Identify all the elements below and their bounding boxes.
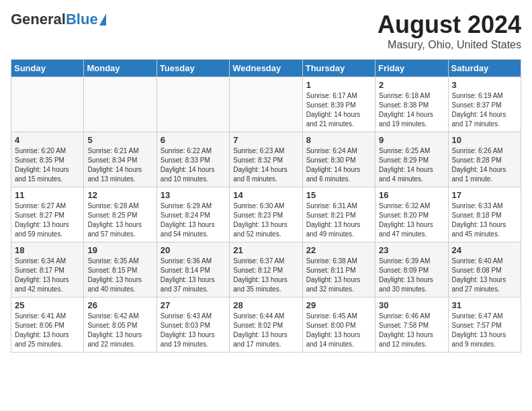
calendar-week-row: 18Sunrise: 6:34 AM Sunset: 8:17 PM Dayli…: [11, 242, 521, 298]
day-info: Sunrise: 6:19 AM Sunset: 8:37 PM Dayligh…: [452, 91, 517, 129]
calendar-day-10: 10Sunrise: 6:26 AM Sunset: 8:28 PM Dayli…: [448, 132, 521, 187]
page-header: General Blue August 2024 Masury, Ohio, U…: [11, 11, 521, 51]
day-number: 2: [379, 80, 444, 90]
day-info: Sunrise: 6:26 AM Sunset: 8:28 PM Dayligh…: [452, 146, 517, 184]
calendar-empty-cell: [230, 77, 302, 132]
day-number: 6: [161, 135, 226, 145]
calendar-day-20: 20Sunrise: 6:36 AM Sunset: 8:14 PM Dayli…: [157, 242, 229, 298]
day-number: 21: [233, 245, 298, 255]
day-info: Sunrise: 6:37 AM Sunset: 8:12 PM Dayligh…: [233, 257, 298, 294]
day-number: 8: [306, 135, 371, 145]
day-info: Sunrise: 6:42 AM Sunset: 8:05 PM Dayligh…: [87, 312, 152, 349]
day-number: 28: [233, 300, 298, 310]
calendar-title: August 2024: [378, 11, 521, 39]
calendar-day-14: 14Sunrise: 6:30 AM Sunset: 8:23 PM Dayli…: [230, 187, 302, 242]
calendar-day-9: 9Sunrise: 6:25 AM Sunset: 8:29 PM Daylig…: [375, 132, 448, 187]
day-info: Sunrise: 6:27 AM Sunset: 8:27 PM Dayligh…: [15, 201, 80, 239]
day-number: 4: [15, 135, 80, 145]
calendar-empty-cell: [84, 77, 157, 132]
day-header-monday: Monday: [84, 60, 157, 77]
logo-general-text: General: [11, 11, 66, 28]
calendar-week-row: 1Sunrise: 6:17 AM Sunset: 8:39 PM Daylig…: [11, 77, 521, 132]
calendar-day-4: 4Sunrise: 6:20 AM Sunset: 8:35 PM Daylig…: [11, 132, 84, 187]
day-info: Sunrise: 6:34 AM Sunset: 8:17 PM Dayligh…: [15, 257, 80, 294]
day-number: 15: [306, 190, 371, 200]
day-info: Sunrise: 6:44 AM Sunset: 8:02 PM Dayligh…: [233, 312, 298, 349]
day-header-sunday: Sunday: [11, 60, 84, 77]
day-info: Sunrise: 6:45 AM Sunset: 8:00 PM Dayligh…: [306, 312, 371, 349]
calendar-day-2: 2Sunrise: 6:18 AM Sunset: 8:38 PM Daylig…: [375, 77, 448, 132]
calendar-day-25: 25Sunrise: 6:41 AM Sunset: 8:06 PM Dayli…: [11, 298, 84, 353]
day-number: 26: [87, 300, 152, 310]
calendar-subtitle: Masury, Ohio, United States: [378, 39, 521, 51]
day-info: Sunrise: 6:24 AM Sunset: 8:30 PM Dayligh…: [306, 146, 371, 184]
day-info: Sunrise: 6:29 AM Sunset: 8:24 PM Dayligh…: [161, 201, 226, 239]
calendar-table: SundayMondayTuesdayWednesdayThursdayFrid…: [11, 59, 521, 353]
day-number: 19: [87, 245, 152, 255]
day-number: 14: [233, 190, 298, 200]
calendar-day-16: 16Sunrise: 6:32 AM Sunset: 8:20 PM Dayli…: [375, 187, 448, 242]
calendar-week-row: 25Sunrise: 6:41 AM Sunset: 8:06 PM Dayli…: [11, 298, 521, 353]
day-number: 29: [306, 300, 371, 310]
calendar-day-30: 30Sunrise: 6:46 AM Sunset: 7:58 PM Dayli…: [375, 298, 448, 353]
day-info: Sunrise: 6:47 AM Sunset: 7:57 PM Dayligh…: [452, 312, 517, 349]
calendar-header-row: SundayMondayTuesdayWednesdayThursdayFrid…: [11, 60, 521, 77]
calendar-empty-cell: [11, 77, 84, 132]
calendar-empty-cell: [157, 77, 229, 132]
day-info: Sunrise: 6:18 AM Sunset: 8:38 PM Dayligh…: [379, 91, 444, 129]
day-info: Sunrise: 6:32 AM Sunset: 8:20 PM Dayligh…: [379, 201, 444, 239]
calendar-day-1: 1Sunrise: 6:17 AM Sunset: 8:39 PM Daylig…: [302, 77, 375, 132]
calendar-day-21: 21Sunrise: 6:37 AM Sunset: 8:12 PM Dayli…: [230, 242, 302, 298]
day-number: 25: [15, 300, 80, 310]
day-info: Sunrise: 6:17 AM Sunset: 8:39 PM Dayligh…: [306, 91, 371, 129]
day-info: Sunrise: 6:40 AM Sunset: 8:08 PM Dayligh…: [452, 257, 517, 294]
day-number: 7: [233, 135, 298, 145]
day-number: 27: [161, 300, 226, 310]
calendar-day-18: 18Sunrise: 6:34 AM Sunset: 8:17 PM Dayli…: [11, 242, 84, 298]
logo: General Blue: [11, 11, 106, 28]
day-info: Sunrise: 6:43 AM Sunset: 8:03 PM Dayligh…: [161, 312, 226, 349]
day-info: Sunrise: 6:28 AM Sunset: 8:25 PM Dayligh…: [87, 201, 152, 239]
day-number: 12: [87, 190, 152, 200]
calendar-day-24: 24Sunrise: 6:40 AM Sunset: 8:08 PM Dayli…: [448, 242, 521, 298]
calendar-day-11: 11Sunrise: 6:27 AM Sunset: 8:27 PM Dayli…: [11, 187, 84, 242]
logo-blue-text: Blue: [66, 11, 98, 28]
day-info: Sunrise: 6:30 AM Sunset: 8:23 PM Dayligh…: [233, 201, 298, 239]
calendar-day-3: 3Sunrise: 6:19 AM Sunset: 8:37 PM Daylig…: [448, 77, 521, 132]
day-header-saturday: Saturday: [448, 60, 521, 77]
day-number: 17: [452, 190, 517, 200]
day-number: 31: [452, 300, 517, 310]
calendar-day-15: 15Sunrise: 6:31 AM Sunset: 8:21 PM Dayli…: [302, 187, 375, 242]
calendar-day-13: 13Sunrise: 6:29 AM Sunset: 8:24 PM Dayli…: [157, 187, 229, 242]
day-number: 13: [161, 190, 226, 200]
day-number: 11: [15, 190, 80, 200]
day-info: Sunrise: 6:41 AM Sunset: 8:06 PM Dayligh…: [15, 312, 80, 349]
day-info: Sunrise: 6:33 AM Sunset: 8:18 PM Dayligh…: [452, 201, 517, 239]
calendar-day-23: 23Sunrise: 6:39 AM Sunset: 8:09 PM Dayli…: [375, 242, 448, 298]
calendar-day-29: 29Sunrise: 6:45 AM Sunset: 8:00 PM Dayli…: [302, 298, 375, 353]
day-number: 1: [306, 80, 371, 90]
day-info: Sunrise: 6:23 AM Sunset: 8:32 PM Dayligh…: [233, 146, 298, 184]
calendar-day-5: 5Sunrise: 6:21 AM Sunset: 8:34 PM Daylig…: [84, 132, 157, 187]
logo-icon: [99, 13, 106, 26]
day-info: Sunrise: 6:39 AM Sunset: 8:09 PM Dayligh…: [379, 257, 444, 294]
day-number: 3: [452, 80, 517, 90]
title-block: August 2024 Masury, Ohio, United States: [378, 11, 521, 51]
calendar-day-27: 27Sunrise: 6:43 AM Sunset: 8:03 PM Dayli…: [157, 298, 229, 353]
calendar-day-31: 31Sunrise: 6:47 AM Sunset: 7:57 PM Dayli…: [448, 298, 521, 353]
day-number: 5: [87, 135, 152, 145]
calendar-day-7: 7Sunrise: 6:23 AM Sunset: 8:32 PM Daylig…: [230, 132, 302, 187]
day-info: Sunrise: 6:22 AM Sunset: 8:33 PM Dayligh…: [161, 146, 226, 184]
calendar-week-row: 4Sunrise: 6:20 AM Sunset: 8:35 PM Daylig…: [11, 132, 521, 187]
day-number: 16: [379, 190, 444, 200]
day-header-thursday: Thursday: [302, 60, 375, 77]
day-info: Sunrise: 6:38 AM Sunset: 8:11 PM Dayligh…: [306, 257, 371, 294]
day-info: Sunrise: 6:25 AM Sunset: 8:29 PM Dayligh…: [379, 146, 444, 184]
day-info: Sunrise: 6:31 AM Sunset: 8:21 PM Dayligh…: [306, 201, 371, 239]
day-info: Sunrise: 6:46 AM Sunset: 7:58 PM Dayligh…: [379, 312, 444, 349]
day-header-tuesday: Tuesday: [157, 60, 229, 77]
day-header-wednesday: Wednesday: [230, 60, 302, 77]
calendar-day-19: 19Sunrise: 6:35 AM Sunset: 8:15 PM Dayli…: [84, 242, 157, 298]
day-info: Sunrise: 6:20 AM Sunset: 8:35 PM Dayligh…: [15, 146, 80, 184]
day-info: Sunrise: 6:21 AM Sunset: 8:34 PM Dayligh…: [87, 146, 152, 184]
